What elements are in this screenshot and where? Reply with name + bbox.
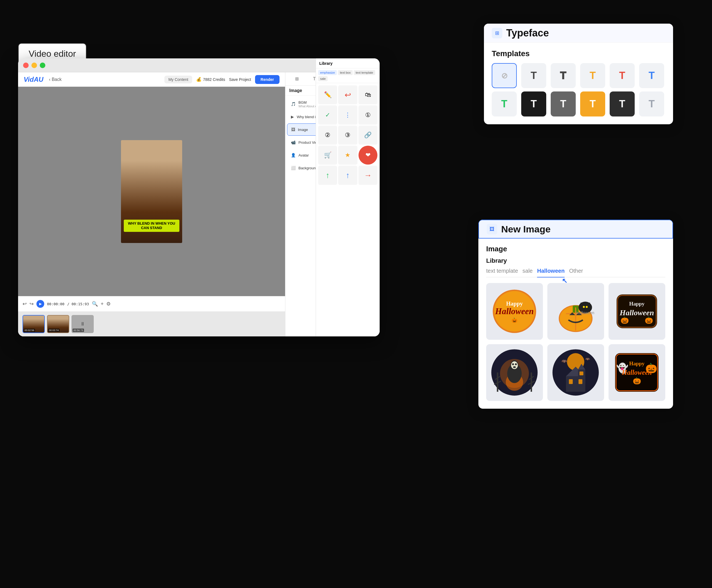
maximize-button[interactable] [40, 63, 45, 68]
template-black-bg[interactable]: T [521, 91, 546, 117]
avatar-icon: 👤 [291, 153, 296, 158]
lib-item-11[interactable]: ★ [338, 146, 357, 165]
add-element-icon[interactable]: ⊞ [295, 76, 299, 81]
template-light[interactable]: T [639, 91, 664, 117]
image-subtab-other[interactable]: Other [569, 268, 583, 277]
svg-text:🦇: 🦇 [586, 357, 590, 362]
redo-icon[interactable]: ↪ [29, 301, 34, 307]
svg-text:🎃: 🎃 [621, 316, 629, 324]
svg-point-37 [515, 363, 517, 365]
lib-item-6[interactable]: ① [359, 105, 378, 124]
music-icon: 🎵 [291, 102, 296, 106]
lib-item-7[interactable]: ② [318, 126, 337, 145]
save-project-button[interactable]: Save Project [229, 77, 251, 82]
halloween-sticker-2[interactable]: Halloween [547, 283, 604, 340]
back-button[interactable]: ‹ Back [49, 77, 61, 82]
zoom-in-icon[interactable]: + [101, 301, 104, 307]
halloween-sticker-1[interactable]: Happy Halloween 🎃 [486, 283, 543, 340]
video-preview-area: WHY BLEND IN WHEN YOU CAN STAND [18, 87, 285, 296]
template-red[interactable]: T [610, 63, 635, 88]
halloween-sticker-4[interactable] [486, 344, 543, 401]
template-default[interactable]: T [521, 63, 546, 88]
sticker-4-visual [490, 348, 538, 396]
templates-grid: ⊘ T T T T T T T T T T T [492, 63, 665, 117]
image-subtab-sale[interactable]: sale [523, 268, 533, 277]
template-blue[interactable]: T [639, 63, 664, 88]
editor-window: VidAU ‹ Back My Content 💰 7882 Credits S… [18, 58, 380, 336]
svg-rect-47 [579, 372, 584, 376]
close-button[interactable] [23, 63, 29, 68]
image-subtabs: text template sale Halloween ↖ Other [486, 268, 665, 277]
new-image-title: New Image [501, 224, 551, 235]
thumb-time-2: 00:03:74 [48, 329, 60, 332]
lib-item-2[interactable]: ↩ [338, 85, 357, 104]
subtab-sale[interactable]: sale [318, 76, 328, 81]
lib-item-3[interactable]: 🛍 [359, 85, 378, 104]
new-image-body: Image Library text template sale Hallowe… [479, 238, 673, 409]
template-yellow-bg[interactable]: T [580, 91, 605, 117]
svg-text:Halloween: Halloween [576, 311, 594, 315]
svg-point-16 [586, 306, 588, 308]
thumbnail-3[interactable]: ⏸ 00:56:73 [72, 315, 94, 333]
sticker-5-visual: 🦇 🦇 [551, 348, 599, 396]
settings-icon[interactable]: ⚙ [106, 301, 111, 307]
product-icon: 📹 [291, 140, 296, 145]
credits-display[interactable]: 💰 7882 Credits [196, 77, 225, 82]
lib-item-10[interactable]: 🛒 [318, 146, 337, 165]
template-white[interactable]: T [551, 91, 576, 117]
lib-item-9[interactable]: 🔗 [359, 126, 378, 145]
sticker-2-visual: Halloween [551, 287, 599, 335]
sticker-5-svg: 🦇 🦇 [551, 348, 599, 396]
logo: VidAU [24, 76, 43, 83]
thumbnail-1[interactable]: 00:02:56 [22, 315, 45, 333]
halloween-sticker-5[interactable]: 🦇 🦇 [547, 344, 604, 401]
zoom-out-icon[interactable]: 🔍 [92, 301, 98, 307]
halloween-grid: Happy Halloween 🎃 [486, 283, 665, 401]
text-icon[interactable]: T [313, 77, 316, 81]
template-green[interactable]: T [492, 91, 517, 117]
lib-item-4[interactable]: ✓ [318, 105, 337, 124]
video-icon: ▶ [291, 114, 294, 119]
background-icon: ⬜ [291, 166, 296, 170]
halloween-sticker-3[interactable]: Happy Halloween 🎃 🎃 [609, 283, 665, 340]
play-button[interactable]: ▶ [37, 300, 44, 308]
credits-value: 7882 Credits [203, 77, 225, 82]
template-outline[interactable]: T [551, 63, 576, 88]
minimize-button[interactable] [32, 63, 37, 68]
subtab-text-template[interactable]: text template [354, 70, 375, 75]
template-none[interactable]: ⊘ [492, 63, 517, 88]
template-dark-bg[interactable]: T [610, 91, 635, 117]
halloween-sticker-6[interactable]: 👻 🎃 Happy Halloween 🎃 [609, 344, 665, 401]
image-subtab-halloween[interactable]: Halloween ↖ [537, 268, 565, 277]
subtab-textbox[interactable]: text box [338, 70, 353, 75]
video-preview: WHY BLEND IN WHEN YOU CAN STAND [121, 140, 182, 243]
sticker-3-svg: Happy Halloween 🎃 🎃 [613, 287, 661, 335]
lib-item-13[interactable]: ↑ [318, 166, 337, 185]
timeline-thumbnails: 00:02:56 00:03:74 ⏸ 00:56:73 [18, 311, 285, 336]
svg-text:🎃: 🎃 [645, 316, 653, 324]
lib-item-5[interactable]: ⋮ [338, 105, 357, 124]
lib-item-15[interactable]: → [359, 166, 378, 185]
lib-item-1[interactable]: ✏️ [318, 85, 337, 104]
svg-text:Happy: Happy [629, 361, 645, 366]
thumbnail-2[interactable]: 00:03:74 [47, 315, 69, 333]
lib-item-8[interactable]: ③ [338, 126, 357, 145]
lib-item-14[interactable]: ↑ [338, 166, 357, 185]
sticker-6-visual: 👻 🎃 Happy Halloween 🎃 [613, 348, 661, 396]
render-button[interactable]: Render [255, 75, 280, 84]
subtab-emphasize[interactable]: emphasize [318, 70, 337, 75]
my-content-button[interactable]: My Content [164, 76, 192, 83]
lib-item-12[interactable]: ❤ [359, 146, 378, 165]
svg-text:Halloween: Halloween [619, 308, 654, 317]
image-subtab-text-template[interactable]: text template [486, 268, 518, 277]
library-subtabs: emphasize text box text template sale [316, 68, 380, 83]
templates-title: Templates [492, 49, 665, 58]
image-library-label: Library [486, 257, 665, 265]
preview-controls: ↩ ↪ ▶ 00:00:00 / 00:15:93 🔍 + ⚙ [18, 296, 285, 311]
thumb-time-3: 00:56:73 [73, 329, 84, 332]
image-layer-icon: 🖼 [291, 127, 295, 132]
undo-icon[interactable]: ↩ [22, 301, 27, 307]
sticker-3-visual: Happy Halloween 🎃 🎃 [613, 287, 661, 335]
template-yellow[interactable]: T [580, 63, 605, 88]
thumb-time-1: 00:02:56 [24, 329, 35, 332]
